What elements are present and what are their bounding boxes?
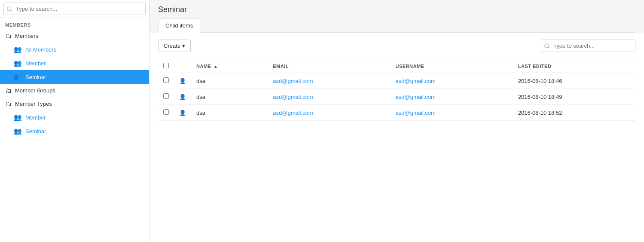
seminar-icon: 👥 (14, 73, 22, 81)
row-name: dsa (191, 73, 268, 89)
folder-icon: 🗂 (5, 32, 12, 40)
row-user-icon: 👤 (174, 89, 191, 105)
sidebar-item-members[interactable]: 🗂 Members (0, 29, 149, 43)
sidebar-item-member-types[interactable]: 🗂 Member Types (0, 97, 149, 110)
member-type-seminar-icon: 👥 (14, 127, 22, 135)
tab-child-items[interactable]: Child items (158, 18, 200, 33)
member-groups-folder-icon: 🗂 (5, 87, 12, 94)
table-header-row: NAME ▲ EMAIL USERNAME LAST EDITED (158, 59, 635, 73)
create-button[interactable]: Create ▾ (158, 40, 191, 52)
row-user-icon: 👤 (174, 73, 191, 89)
row-checkbox-cell[interactable] (158, 105, 174, 121)
all-members-icon: 👥 (14, 46, 22, 53)
table-search-bar[interactable] (541, 40, 635, 52)
sidebar-item-member[interactable]: 👥 Member (0, 56, 149, 70)
row-checkbox-cell[interactable] (158, 73, 174, 89)
header-checkbox-cell (158, 59, 174, 73)
header-name[interactable]: NAME ▲ (191, 59, 268, 73)
table-row: 👤 dsa asd@gmail.com asd@gmail.com 2016-0… (158, 89, 635, 105)
row-email[interactable]: asd@gmail.com (268, 89, 390, 105)
row-email[interactable]: asd@gmail.com (268, 73, 390, 89)
member-icon: 👥 (14, 59, 22, 67)
row-name: dsa (191, 105, 268, 121)
row-username[interactable]: asd@gmail.com (391, 73, 513, 89)
member-types-label: Member Types (15, 101, 52, 107)
row-checkbox-1[interactable] (163, 93, 169, 99)
sidebar-item-member-type-member[interactable]: 👥 Member (0, 110, 149, 124)
member-type-member-link[interactable]: Member (25, 114, 46, 121)
row-last-edited: 2016-08-10 18:46 (513, 73, 635, 89)
member-link[interactable]: Member (25, 60, 46, 67)
create-dropdown-arrow: ▾ (182, 43, 185, 49)
header-icon-cell (174, 59, 191, 73)
select-all-checkbox[interactable] (163, 63, 169, 68)
sidebar-group-label: Members (15, 33, 38, 39)
sidebar-item-member-type-seminar[interactable]: 👥 Seminar (0, 124, 149, 138)
row-username[interactable]: asd@gmail.com (391, 105, 513, 121)
sidebar-search-bar[interactable] (0, 0, 149, 18)
sidebar-item-seminar[interactable]: 👥 Seminar (0, 70, 149, 84)
seminar-link[interactable]: Seminar (25, 74, 46, 80)
header-name-label: NAME (196, 64, 211, 69)
header-last-edited[interactable]: LAST EDITED (513, 59, 635, 73)
row-last-edited: 2016-08-10 18:52 (513, 105, 635, 121)
header-username[interactable]: USERNAME (391, 59, 513, 73)
all-members-link[interactable]: All Members (25, 46, 56, 53)
row-email[interactable]: asd@gmail.com (268, 105, 390, 121)
toolbar: Create ▾ (158, 40, 635, 52)
member-type-seminar-link[interactable]: Seminar (25, 128, 46, 135)
sidebar: MEMBERS 🗂 Members 👥 All Members 👥 Member… (0, 0, 150, 242)
page-title: Seminar (158, 5, 635, 14)
main-header: Seminar Child items (150, 0, 644, 33)
members-section-label: MEMBERS (0, 18, 149, 29)
member-types-folder-icon: 🗂 (5, 100, 12, 107)
row-checkbox-0[interactable] (163, 77, 169, 83)
sidebar-item-all-members[interactable]: 👥 All Members (0, 43, 149, 56)
main-content: Seminar Child items Create ▾ (150, 0, 644, 242)
table-search-input[interactable] (541, 40, 635, 52)
row-checkbox-2[interactable] (163, 109, 169, 115)
sort-arrow-icon: ▲ (214, 64, 218, 69)
members-table: NAME ▲ EMAIL USERNAME LAST EDITED 👤 dsa … (158, 59, 635, 121)
member-type-member-icon: 👥 (14, 113, 22, 121)
row-last-edited: 2016-08-10 18:49 (513, 89, 635, 105)
row-name: dsa (191, 89, 268, 105)
tabs-bar: Child items (158, 18, 635, 33)
create-button-label: Create (164, 43, 180, 49)
header-email[interactable]: EMAIL (268, 59, 390, 73)
member-groups-label: Member Groups (15, 87, 55, 94)
content-area: Create ▾ NAME ▲ EMAIL U (150, 33, 644, 242)
sidebar-item-member-groups[interactable]: 🗂 Member Groups (0, 84, 149, 97)
sidebar-search-input[interactable] (3, 3, 146, 15)
table-row: 👤 dsa asd@gmail.com asd@gmail.com 2016-0… (158, 105, 635, 121)
row-username[interactable]: asd@gmail.com (391, 89, 513, 105)
row-user-icon: 👤 (174, 105, 191, 121)
table-row: 👤 dsa asd@gmail.com asd@gmail.com 2016-0… (158, 73, 635, 89)
row-checkbox-cell[interactable] (158, 89, 174, 105)
